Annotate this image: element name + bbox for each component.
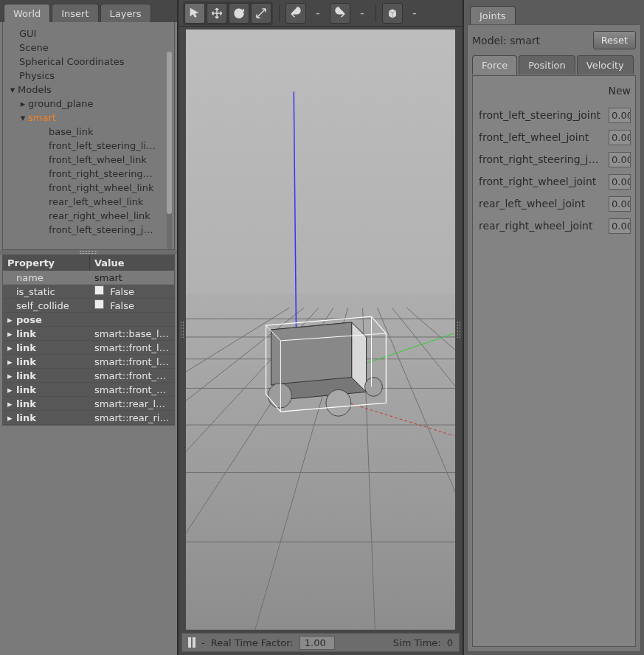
tree-model-ground-plane[interactable]: ▸ground_plane (6, 97, 171, 111)
prop-row-self-collide[interactable]: self_collide False (3, 299, 174, 313)
prop-row-link[interactable]: ▸linksmart::front_left_… (3, 355, 174, 369)
tree-item-models[interactable]: ▾Models (6, 83, 171, 97)
joint-row: front_right_wheel_joint0.00 (473, 170, 635, 193)
reset-button[interactable]: Reset (593, 31, 636, 49)
rtf-value: 1.00 (300, 636, 335, 650)
chevron-right-icon: ▸ (7, 370, 13, 381)
separator (375, 4, 376, 22)
shape-dropdown[interactable]: - (407, 3, 422, 24)
tree-link[interactable]: rear_left_wheel_link (6, 195, 171, 209)
tree-item-gui[interactable]: GUI (6, 27, 171, 41)
right-splitter[interactable] (455, 27, 463, 633)
chevron-down-icon: ▾ (9, 84, 16, 95)
step-indicator: - (201, 637, 205, 648)
subtab-position[interactable]: Position (519, 55, 575, 74)
prop-value: False (110, 300, 134, 311)
checkbox[interactable] (94, 299, 104, 309)
tree-link[interactable]: front_right_steering… (6, 167, 171, 181)
tree-link[interactable]: front_left_steering_j… (6, 223, 171, 237)
prop-key: name (16, 272, 44, 283)
scale-tool-button[interactable] (251, 3, 271, 24)
svg-point-22 (365, 378, 383, 397)
world-tree[interactable]: GUI Scene Spherical Coordinates Physics … (3, 22, 174, 241)
chevron-right-icon: ▸ (7, 398, 13, 409)
prop-row-link[interactable]: ▸linksmart::base_link (3, 327, 174, 341)
prop-key: link (16, 356, 36, 367)
joint-value-input[interactable]: 0.00 (609, 108, 631, 123)
prop-row-link[interactable]: ▸linksmart::rear_right_… (3, 411, 174, 425)
subtab-force[interactable]: Force (472, 55, 517, 74)
tab-joints[interactable]: Joints (470, 6, 516, 24)
tree-label: Models (18, 84, 52, 95)
splitter-grip-icon (80, 251, 97, 254)
tree-label: smart (28, 112, 56, 123)
joint-row: rear_left_wheel_joint0.00 (473, 193, 635, 215)
undo-button[interactable] (285, 3, 306, 24)
joint-value-input[interactable]: 0.00 (609, 152, 631, 167)
redo-dropdown[interactable]: - (355, 3, 370, 24)
tab-layers[interactable]: Layers (100, 4, 151, 22)
prop-key: link (16, 328, 36, 339)
tree-item-scene[interactable]: Scene (6, 41, 171, 55)
chevron-right-icon: ▸ (7, 314, 13, 325)
prop-row-link[interactable]: ▸linksmart::rear_left_… (3, 397, 174, 411)
checkbox[interactable] (94, 285, 104, 295)
prop-value: smart::rear_right_… (90, 412, 174, 423)
tree-link[interactable]: front_left_wheel_link (6, 153, 171, 167)
prop-row-link[interactable]: ▸linksmart::front_right… (3, 369, 174, 383)
joint-value-input[interactable]: 0.00 (609, 218, 631, 234)
pause-button[interactable] (188, 637, 195, 648)
redo-button[interactable] (330, 3, 350, 24)
subtab-velocity[interactable]: Velocity (577, 55, 634, 74)
tree-link[interactable]: rear_right_wheel_link (6, 209, 171, 223)
undo-dropdown[interactable]: - (311, 3, 325, 24)
prop-row-link[interactable]: ▸linksmart::front_left_… (3, 341, 174, 355)
tab-world[interactable]: World (4, 4, 50, 22)
prop-value: smart::front_right_… (90, 384, 174, 395)
left-splitter[interactable] (179, 27, 186, 633)
joint-value-input[interactable]: 0.00 (609, 196, 631, 212)
joint-name: front_left_steering_joint (479, 109, 604, 121)
tree-link[interactable]: base_link (6, 125, 171, 139)
prop-header-value: Value (90, 255, 174, 271)
joint-value-input[interactable]: 0.00 (609, 130, 631, 145)
select-tool-button[interactable] (184, 3, 205, 24)
prop-value: smart::front_left_… (90, 356, 174, 367)
tree-link[interactable]: front_right_wheel_link (6, 181, 171, 195)
column-header-new: New (473, 82, 635, 104)
viewport-scene (186, 30, 455, 630)
prop-value: smart::rear_left_… (90, 398, 174, 409)
tree-label: ground_plane (28, 98, 94, 109)
prop-row-name[interactable]: namesmart (3, 271, 174, 285)
prop-row-is-static[interactable]: is_static False (3, 285, 174, 299)
horizontal-splitter[interactable] (0, 250, 177, 254)
prop-value: smart::front_right… (90, 370, 174, 381)
tree-item-spherical[interactable]: Spherical Coordinates (6, 55, 171, 69)
rotate-tool-button[interactable] (229, 3, 249, 24)
prop-header-name: Property (3, 255, 90, 271)
simtime-value: 0 (447, 637, 453, 648)
box-shape-button[interactable] (382, 3, 403, 24)
chevron-right-icon: ▸ (7, 412, 13, 423)
svg-point-21 (326, 389, 351, 416)
tree-link[interactable]: front_left_steering_li… (6, 139, 171, 153)
chevron-down-icon: ▾ (19, 112, 27, 123)
tree-item-physics[interactable]: Physics (6, 69, 171, 83)
prop-key: link (16, 384, 36, 395)
tree-scrollbar[interactable] (167, 52, 172, 249)
prop-row-link[interactable]: ▸linksmart::front_right_… (3, 383, 174, 397)
joint-name: front_right_steering_joint (479, 153, 604, 165)
joint-value-input[interactable]: 0.00 (609, 174, 631, 190)
tab-insert[interactable]: Insert (52, 4, 98, 22)
translate-tool-button[interactable] (207, 3, 227, 24)
svg-marker-19 (271, 322, 351, 384)
prop-value[interactable]: smart (90, 272, 174, 283)
chevron-right-icon: ▸ (19, 98, 27, 109)
joint-row: front_left_steering_joint0.00 (473, 104, 635, 126)
3d-viewport[interactable] (186, 30, 455, 630)
prop-key: link (16, 370, 36, 381)
property-table: Property Value namesmart is_static False… (2, 254, 175, 426)
scrollbar-thumb[interactable] (167, 52, 172, 214)
prop-row-pose[interactable]: ▸pose (3, 313, 174, 327)
tree-model-smart[interactable]: ▾smart (6, 111, 171, 125)
